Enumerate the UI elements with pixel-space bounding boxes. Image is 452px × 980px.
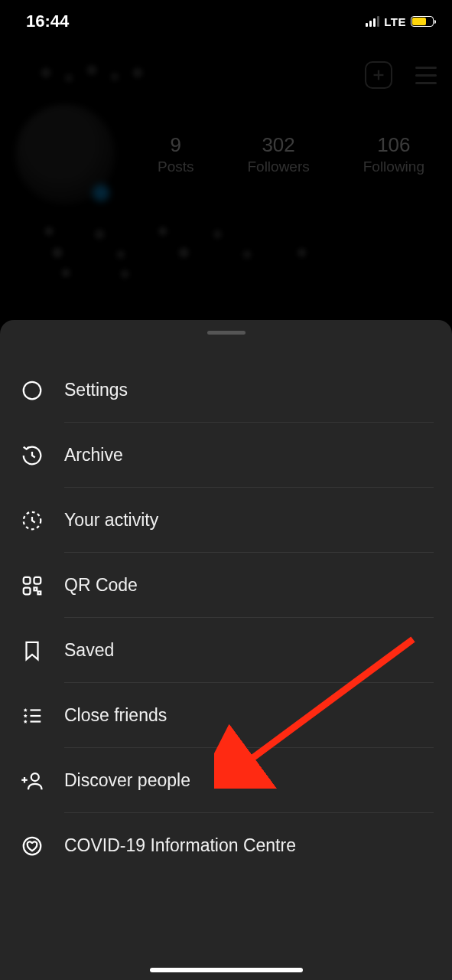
profile-stats-row: 9 Posts 302 Followers 106 Following	[0, 96, 452, 219]
svg-point-2	[24, 381, 41, 399]
svg-point-12	[31, 773, 39, 781]
menu-label: QR Code	[64, 553, 434, 618]
menu-button[interactable]	[415, 67, 437, 84]
menu-item-saved[interactable]: Saved	[0, 618, 452, 683]
following-stat[interactable]: 106 Following	[363, 133, 424, 175]
activity-icon	[18, 507, 46, 534]
svg-point-15	[24, 837, 41, 854]
menu-label: Saved	[64, 618, 434, 683]
menu-label: Your activity	[64, 488, 434, 553]
following-label: Following	[363, 158, 424, 175]
menu-item-qr-code[interactable]: QR Code	[0, 553, 452, 618]
saved-icon	[18, 637, 46, 665]
svg-rect-7	[34, 587, 37, 590]
following-count: 106	[363, 133, 424, 157]
settings-icon	[18, 377, 46, 404]
followers-label: Followers	[247, 158, 309, 175]
sheet-grabber[interactable]	[207, 331, 246, 335]
qr-code-icon	[18, 572, 46, 599]
posts-label: Posts	[158, 158, 194, 175]
status-indicators: LTE	[366, 15, 434, 28]
create-button[interactable]	[365, 61, 392, 89]
home-indicator[interactable]	[150, 968, 303, 972]
bio-redacted	[15, 219, 437, 280]
archive-icon	[18, 442, 46, 469]
svg-rect-5	[34, 577, 41, 583]
svg-rect-4	[24, 577, 31, 583]
followers-stat[interactable]: 302 Followers	[247, 133, 309, 175]
status-time: 16:44	[26, 11, 69, 31]
menu-item-covid-info[interactable]: COVID-19 Information Centre	[0, 813, 452, 878]
network-type: LTE	[384, 15, 406, 28]
menu-label: Settings	[64, 358, 434, 423]
svg-rect-8	[38, 591, 41, 594]
menu-label: COVID-19 Information Centre	[64, 813, 434, 878]
status-bar: 16:44 LTE	[0, 0, 452, 38]
menu-item-settings[interactable]: Settings	[0, 358, 452, 423]
menu-item-your-activity[interactable]: Your activity	[0, 488, 452, 553]
menu-item-archive[interactable]: Archive	[0, 423, 452, 488]
battery-icon	[411, 16, 434, 27]
covid-info-icon	[18, 832, 46, 860]
avatar-redacted	[15, 104, 115, 204]
posts-count: 9	[158, 133, 194, 157]
followers-count: 302	[247, 133, 309, 157]
profile-header	[0, 38, 452, 96]
menu-sheet: Settings Archive Your activity	[0, 320, 452, 980]
cellular-signal-icon	[366, 16, 379, 27]
menu-item-close-friends[interactable]: Close friends	[0, 683, 452, 748]
close-friends-icon	[18, 702, 46, 730]
menu-item-discover-people[interactable]: Discover people	[0, 748, 452, 813]
discover-people-icon	[18, 767, 46, 795]
menu-label: Discover people	[64, 748, 434, 813]
svg-rect-6	[24, 587, 31, 594]
menu-label: Close friends	[64, 683, 434, 748]
posts-stat[interactable]: 9 Posts	[158, 133, 194, 175]
menu-label: Archive	[64, 423, 434, 488]
username-redacted	[15, 62, 168, 89]
